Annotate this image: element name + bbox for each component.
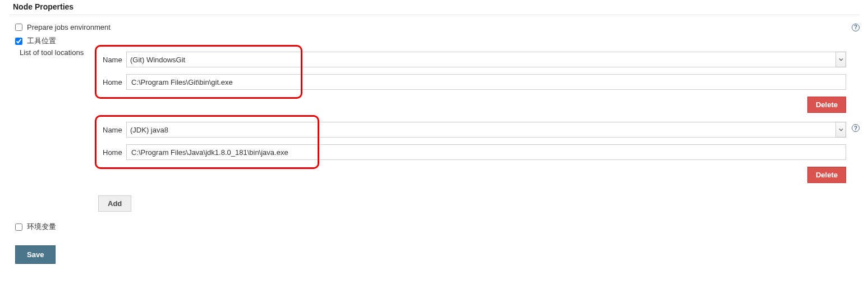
- prepare-jobs-checkbox[interactable]: [15, 24, 22, 31]
- home-label: Home: [98, 78, 126, 86]
- help-icon[interactable]: ?: [852, 24, 860, 31]
- home-row: Home: [98, 71, 846, 93]
- home-row: Home: [98, 141, 846, 163]
- chevron-down-icon[interactable]: [836, 122, 846, 138]
- tool-locations-block: List of tool locations Name (Git) Window…: [8, 48, 860, 217]
- env-vars-row: 环境变量: [8, 220, 860, 234]
- section-title: Node Properties: [8, 0, 860, 15]
- chevron-down-icon[interactable]: [836, 52, 846, 67]
- env-vars-checkbox[interactable]: [15, 223, 22, 231]
- tool-name-select[interactable]: (JDK) java8: [126, 122, 836, 138]
- add-button[interactable]: Add: [98, 195, 131, 212]
- name-label: Name: [98, 56, 126, 64]
- save-button[interactable]: Save: [15, 245, 56, 264]
- help-icon[interactable]: ?: [852, 124, 860, 132]
- tool-area: Name (Git) WindowsGit Home: [98, 48, 860, 217]
- delete-button[interactable]: Delete: [807, 167, 846, 183]
- prepare-jobs-row: Prepare jobs environment ?: [8, 21, 860, 34]
- tool-location-row: 工具位置: [8, 34, 860, 48]
- prepare-jobs-label[interactable]: Prepare jobs environment: [27, 23, 111, 31]
- tool-block: Name (JDK) java8 Home: [98, 118, 860, 186]
- tool-home-input[interactable]: [126, 144, 846, 160]
- tool-location-label[interactable]: 工具位置: [27, 36, 56, 46]
- delete-button[interactable]: Delete: [807, 97, 846, 113]
- env-vars-label[interactable]: 环境变量: [27, 222, 56, 232]
- name-row: Name (JDK) java8: [98, 118, 846, 141]
- home-label: Home: [98, 148, 126, 157]
- name-label: Name: [98, 126, 126, 134]
- tool-name-select[interactable]: (Git) WindowsGit: [126, 52, 836, 67]
- tool-block: Name (Git) WindowsGit Home: [98, 48, 860, 116]
- help-col: ?: [846, 118, 860, 132]
- list-of-tool-locations-label: List of tool locations: [8, 48, 98, 57]
- tool-location-checkbox[interactable]: [15, 38, 22, 45]
- help-col: [846, 48, 860, 54]
- name-row: Name (Git) WindowsGit: [98, 48, 846, 71]
- tool-home-input[interactable]: [126, 74, 846, 90]
